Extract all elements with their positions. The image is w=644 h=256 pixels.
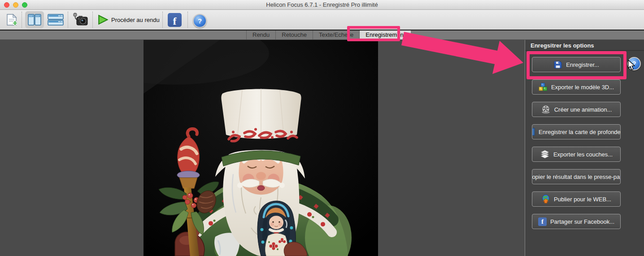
facebook-button[interactable]: f (168, 13, 182, 27)
button-label: Exporter le modèle 3D... (551, 84, 614, 91)
share-facebook-button[interactable]: f Partager sur Facebook... (532, 214, 621, 229)
title-bar: Helicon Focus 6.7.1 - Enregistré Pro ill… (0, 0, 644, 10)
button-label: Partager sur Facebook... (550, 218, 614, 225)
camera-import-icon (72, 13, 88, 27)
view-columns-button[interactable] (25, 11, 44, 28)
save-options-panel: Enregsitrer les options Enregistrer... (525, 40, 644, 256)
create-animation-button[interactable]: Créer une animation... (532, 102, 621, 117)
render-play-icon (98, 15, 109, 25)
button-label: Publier pour le WEB... (554, 196, 611, 203)
panel-title: Enregsitrer les options (531, 42, 594, 49)
button-label: Copier le résultat dans le presse-papier… (532, 174, 621, 180)
view-rows-icon (48, 13, 64, 26)
tab-rendu[interactable]: Rendu (246, 30, 275, 39)
zoom-button[interactable] (22, 2, 27, 8)
window-title: Helicon Focus 6.7.1 - Enregistré Pro ill… (266, 1, 378, 8)
result-canvas (0, 40, 525, 256)
toolbar-separator (92, 12, 93, 28)
floppy-disk-icon (553, 60, 562, 69)
help-icon: ? (198, 17, 202, 25)
result-photo (144, 40, 378, 256)
toolbar-separator (162, 12, 163, 28)
export-layers-button[interactable]: Exporter les couches... (532, 147, 621, 162)
globe-upload-icon (541, 195, 550, 204)
view-columns-icon (27, 13, 42, 26)
toolbar: Procéder au rendu f ? (0, 10, 644, 30)
camera-import-button[interactable] (72, 13, 89, 27)
render-button-label[interactable]: Procéder au rendu (111, 10, 160, 30)
panel-separator (525, 50, 644, 51)
button-label: Enregistrer la carte de profondeur (539, 129, 621, 135)
facebook-icon: f (538, 217, 547, 226)
close-button[interactable] (4, 2, 9, 8)
button-label: Exporter les couches... (553, 151, 613, 158)
film-reel-icon (541, 105, 551, 114)
render-button[interactable] (98, 15, 109, 25)
copy-to-clipboard-button[interactable]: Copier le résultat dans le presse-papier… (532, 169, 621, 184)
help-badge[interactable]: ? (627, 57, 641, 70)
app-window: Helicon Focus 6.7.1 - Enregistré Pro ill… (0, 0, 644, 256)
mode-tab-bar: Rendu Retouche Texte/Echelle Enregistrem… (0, 30, 644, 40)
save-depth-map-button[interactable]: Enregistrer la carte de profondeur (532, 124, 621, 139)
help-button[interactable]: ? (193, 14, 207, 28)
button-label: Créer une animation... (554, 106, 612, 113)
button-label: Enregistrer... (566, 61, 599, 68)
tab-enregistrement[interactable]: Enregistrement (359, 30, 411, 39)
help-icon: ? (632, 60, 636, 67)
export-3d-button[interactable]: Exporter le modèle 3D... (532, 79, 621, 95)
save-button[interactable]: Enregistrer... (532, 57, 621, 72)
layers-icon (540, 150, 550, 159)
new-project-icon (5, 13, 18, 27)
toolbar-separator (68, 12, 68, 28)
publish-web-button[interactable]: Publier pour le WEB... (532, 191, 621, 207)
content-area: Enregsitrer les options Enregistrer... (0, 40, 644, 256)
view-rows-button[interactable] (46, 11, 65, 28)
tab-retouche[interactable]: Retouche (275, 30, 313, 39)
toolbar-separator (187, 12, 188, 28)
minimize-button[interactable] (13, 2, 18, 8)
tab-texte-echelle[interactable]: Texte/Echelle (313, 30, 359, 39)
facebook-icon: f (173, 15, 177, 27)
toolbar-separator (22, 12, 22, 28)
new-project-button[interactable] (4, 13, 19, 27)
cubes-3d-icon (539, 82, 548, 91)
depth-map-icon (532, 127, 535, 136)
traffic-lights (4, 2, 27, 8)
